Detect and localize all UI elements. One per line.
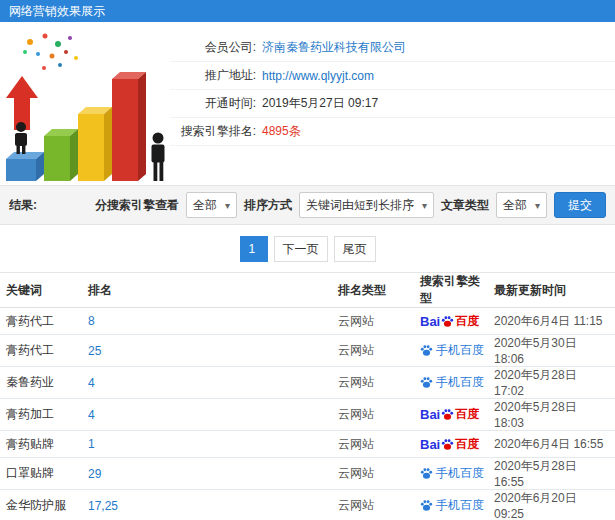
rank-link[interactable]: 4 [88,376,95,390]
rank-type-cell: 云网站 [333,458,415,490]
chevron-down-icon: ▾ [225,200,230,211]
rank-type-cell: 云网站 [333,308,415,335]
keyword-cell: 口罩贴牌 [0,458,83,490]
engine-rank-count: 4895条 [262,123,301,140]
paw-icon [420,499,433,512]
mobile-baidu-icon: 手机百度 [420,342,484,359]
mobile-baidu-icon: 手机百度 [420,497,484,514]
chevron-down-icon: ▾ [422,200,427,211]
account-info: 会员公司: 济南秦鲁药业科技有限公司 推广地址: http://www.qlyy… [170,22,615,146]
sort-select[interactable]: 关键词由短到长排序 ▾ [299,192,434,218]
col-updated: 最新更新时间 [489,273,615,308]
rank-link[interactable]: 4 [88,408,95,422]
bar-chart-illustration-icon [0,24,176,184]
company-link[interactable]: 济南秦鲁药业科技有限公司 [262,39,406,56]
rank-link[interactable]: 1 [88,437,95,451]
keyword-cell: 膏药代工 [0,335,83,367]
open-time-value: 2019年5月27日 09:17 [262,95,378,112]
table-row: 膏药代工 8 云网站 Bai百度 2020年6月4日 11:15 [0,308,615,335]
rank-link[interactable]: 25 [88,344,101,358]
paw-icon [420,344,433,357]
table-row: 金华防护服 17,25 云网站 手机百度 2020年6月20日 09:25 [0,490,615,520]
pagination: 1 下一页 尾页 [0,225,615,272]
keyword-cell: 秦鲁药业 [0,367,83,399]
open-time-label: 开通时间: [170,95,256,112]
page: 网络营销效果展示 [0,0,615,520]
updated-cell: 2020年6月20日 09:25 [489,490,615,520]
col-engine-type: 搜索引擎类型 [415,273,489,308]
article-type-select-value: 全部 [503,197,527,214]
baidu-logo-icon: Bai百度 [420,406,479,423]
keyword-cell: 膏药代工 [0,308,83,335]
rank-link[interactable]: 29 [88,467,101,481]
keyword-cell: 金华防护服 [0,490,83,520]
table-header-row: 关键词 排名 排名类型 搜索引擎类型 最新更新时间 [0,273,615,308]
table-row: 膏药加工 4 云网站 Bai百度 2020年5月28日 18:03 [0,399,615,431]
rank-type-cell: 云网站 [333,431,415,458]
updated-cell: 2020年5月30日 18:06 [489,335,615,367]
submit-button[interactable]: 提交 [554,192,606,218]
chevron-down-icon: ▾ [535,200,540,211]
paw-icon [441,315,454,328]
engine-cell: 手机百度 [415,458,489,490]
rank-link[interactable]: 8 [88,314,95,328]
engine-rank-row: 搜索引擎排名: 4895条 [170,118,615,146]
rank-type-cell: 云网站 [333,399,415,431]
page-1-button[interactable]: 1 [240,236,268,262]
col-rank-type: 排名类型 [333,273,415,308]
col-rank: 排名 [83,273,333,308]
promo-url-label: 推广地址: [170,67,256,84]
keyword-cell: 膏药贴牌 [0,431,83,458]
mobile-baidu-icon: 手机百度 [420,374,484,391]
company-label: 会员公司: [170,39,256,56]
rank-type-cell: 云网站 [333,367,415,399]
sort-filter-label: 排序方式 [244,197,292,214]
engine-filter-label: 分搜索引擎查看 [95,197,179,214]
paw-icon [441,408,454,421]
updated-cell: 2020年5月28日 16:55 [489,458,615,490]
article-type-select[interactable]: 全部 ▾ [496,192,547,218]
updated-cell: 2020年6月4日 11:15 [489,308,615,335]
engine-cell: Bai百度 [415,431,489,458]
chart-illustration [0,24,176,184]
updated-cell: 2020年5月28日 17:02 [489,367,615,399]
col-keyword: 关键词 [0,273,83,308]
result-label: 结果: [9,197,37,214]
table-row: 口罩贴牌 29 云网站 手机百度 2020年5月28日 16:55 [0,458,615,490]
table-body: 膏药代工 8 云网站 Bai百度 2020年6月4日 11:15 膏药代工 25… [0,308,615,520]
engine-cell: Bai百度 [415,399,489,431]
paw-icon [441,438,454,451]
engine-select[interactable]: 全部 ▾ [186,192,237,218]
page-title: 网络营销效果展示 [0,0,615,22]
rank-type-cell: 云网站 [333,335,415,367]
updated-cell: 2020年6月4日 16:55 [489,431,615,458]
mobile-baidu-icon: 手机百度 [420,465,484,482]
paw-icon [420,467,433,480]
table-row: 膏药贴牌 1 云网站 Bai百度 2020年6月4日 16:55 [0,431,615,458]
table-row: 膏药代工 25 云网站 手机百度 2020年5月30日 18:06 [0,335,615,367]
article-type-label: 文章类型 [441,197,489,214]
company-row: 会员公司: 济南秦鲁药业科技有限公司 [170,34,615,62]
engine-select-value: 全部 [193,197,217,214]
engine-cell: 手机百度 [415,335,489,367]
table-row: 秦鲁药业 4 云网站 手机百度 2020年5月28日 17:02 [0,367,615,399]
filter-bar: 结果: 分搜索引擎查看 全部 ▾ 排序方式 关键词由短到长排序 ▾ 文章类型 全… [0,185,615,225]
paw-icon [420,376,433,389]
sort-select-value: 关键词由短到长排序 [306,197,414,214]
engine-cell: Bai百度 [415,308,489,335]
last-page-button[interactable]: 尾页 [334,236,376,262]
promo-url-link[interactable]: http://www.qlyyjt.com [262,69,374,83]
account-summary: 会员公司: 济南秦鲁药业科技有限公司 推广地址: http://www.qlyy… [0,22,615,185]
engine-cell: 手机百度 [415,367,489,399]
keyword-cell: 膏药加工 [0,399,83,431]
promo-url-row: 推广地址: http://www.qlyyjt.com [170,62,615,90]
rank-type-cell: 云网站 [333,490,415,520]
engine-rank-label: 搜索引擎排名: [170,123,256,140]
engine-cell: 手机百度 [415,490,489,520]
open-time-row: 开通时间: 2019年5月27日 09:17 [170,90,615,118]
baidu-logo-icon: Bai百度 [420,313,479,330]
next-page-button[interactable]: 下一页 [274,236,328,262]
baidu-logo-icon: Bai百度 [420,436,479,453]
rank-link[interactable]: 17,25 [88,499,118,513]
results-table: 关键词 排名 排名类型 搜索引擎类型 最新更新时间 膏药代工 8 云网站 Bai… [0,272,615,520]
